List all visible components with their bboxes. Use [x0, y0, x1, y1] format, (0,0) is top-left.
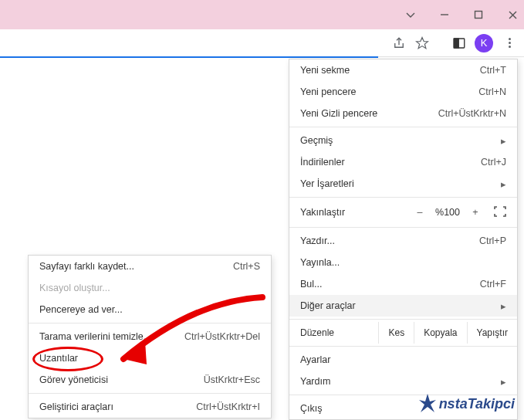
- menu-label: Yayınla...: [300, 257, 340, 268]
- menu-shortcut: Ctrl+N: [478, 86, 506, 97]
- avatar-letter: K: [481, 37, 488, 49]
- menu-label: Yazdır...: [300, 235, 335, 246]
- svg-marker-8: [419, 394, 436, 412]
- menu-help[interactable]: Yardım ▸: [289, 371, 517, 392]
- paste-button[interactable]: Yapıştır: [468, 322, 517, 344]
- menu-cast[interactable]: Yayınla...: [289, 252, 517, 273]
- window-titlebar: [0, 0, 524, 29]
- browser-toolbar: K: [0, 29, 524, 57]
- submenu-developer-tools[interactable]: Geliştirici araçları Ctrl+ÜstKrktr+I: [29, 396, 271, 418]
- menu-separator: [289, 346, 517, 347]
- menu-zoom-row: Yakınlaştır – %100 +: [289, 200, 517, 225]
- menu-label: Geçmiş: [300, 135, 333, 146]
- menu-new-tab[interactable]: Yeni sekme Ctrl+T: [289, 59, 517, 81]
- submenu-save-page-as[interactable]: Sayfayı farklı kaydet... Ctrl+S: [29, 256, 271, 277]
- menu-label: Kısayol oluştur...: [39, 283, 110, 293]
- menu-bookmarks[interactable]: Yer İşaretleri ▸: [289, 173, 517, 195]
- menu-print[interactable]: Yazdır... Ctrl+P: [289, 230, 517, 252]
- submenu-arrow-icon: ▸: [499, 135, 506, 147]
- menu-label: Yakınlaştır: [300, 207, 411, 218]
- svg-rect-1: [475, 12, 482, 19]
- menu-label: Diğer araçlar: [300, 300, 356, 311]
- menu-label: Pencereye ad ver...: [39, 304, 123, 315]
- zoom-level: %100: [435, 207, 460, 218]
- menu-label: Yeni Gizli pencere: [300, 108, 377, 119]
- submenu-arrow-icon: ▸: [499, 178, 506, 190]
- submenu-arrow-icon: ▸: [499, 300, 506, 312]
- copy-button[interactable]: Kopyala: [414, 322, 467, 344]
- maximize-button[interactable]: [472, 8, 485, 22]
- fullscreen-icon[interactable]: [494, 206, 506, 219]
- menu-separator: [289, 227, 517, 228]
- svg-rect-6: [454, 39, 458, 48]
- kebab-menu-button[interactable]: [501, 35, 518, 52]
- submenu-arrow-icon: ▸: [499, 376, 506, 388]
- side-panel-icon[interactable]: [451, 36, 467, 51]
- menu-label: Çıkış: [300, 403, 322, 414]
- edit-label: Düzenle: [289, 322, 379, 344]
- bookmark-star-icon[interactable]: [414, 36, 430, 51]
- menu-label: Ayarlar: [300, 354, 330, 365]
- menu-label: Tarama verilerini temizle...: [39, 331, 151, 342]
- close-window-button[interactable]: [505, 8, 519, 22]
- address-bar-underline: [0, 56, 378, 58]
- menu-more-tools[interactable]: Diğer araçlar ▸: [289, 295, 517, 317]
- menu-label: Yeni sekme: [300, 65, 350, 76]
- more-tools-submenu: Sayfayı farklı kaydet... Ctrl+S Kısayol …: [28, 255, 272, 418]
- submenu-name-window[interactable]: Pencereye ad ver...: [29, 299, 271, 320]
- menu-label: Bul...: [300, 279, 323, 290]
- svg-marker-4: [417, 37, 428, 48]
- menu-shortcut: Ctrl+ÜstKrktr+Del: [184, 331, 260, 342]
- menu-settings[interactable]: Ayarlar: [289, 349, 517, 371]
- menu-separator: [29, 323, 271, 323]
- menu-shortcut: Ctrl+T: [480, 65, 506, 76]
- menu-label: Sayfayı farklı kaydet...: [39, 261, 134, 272]
- zoom-in-button[interactable]: +: [469, 207, 482, 218]
- share-icon[interactable]: [391, 36, 407, 51]
- submenu-clear-browsing-data[interactable]: Tarama verilerini temizle... Ctrl+ÜstKrk…: [29, 326, 271, 347]
- menu-label: Görev yöneticisi: [39, 374, 108, 385]
- menu-separator: [289, 197, 517, 198]
- menu-label: Geliştirici araçları: [39, 401, 113, 412]
- menu-incognito[interactable]: Yeni Gizli pencere Ctrl+ÜstKrktr+N: [289, 103, 517, 124]
- submenu-create-shortcut: Kısayol oluştur...: [29, 277, 271, 299]
- menu-edit-row: Düzenle Kes Kopyala Yapıştır: [289, 322, 517, 344]
- menu-downloads[interactable]: İndirilenler Ctrl+J: [289, 151, 517, 173]
- watermark-text: nstaTakipci: [439, 396, 515, 412]
- watermark-logo: nstaTakipci: [419, 394, 515, 414]
- menu-shortcut: Ctrl+J: [481, 157, 506, 168]
- menu-label: İndirilenler: [300, 157, 345, 168]
- menu-history[interactable]: Geçmiş ▸: [289, 130, 517, 151]
- menu-label: Uzantılar: [39, 353, 78, 364]
- menu-separator: [289, 319, 517, 320]
- minimize-button[interactable]: [438, 8, 451, 22]
- submenu-extensions[interactable]: Uzantılar: [29, 347, 271, 369]
- menu-shortcut: Ctrl+ÜstKrktr+N: [438, 108, 506, 119]
- menu-shortcut: Ctrl+ÜstKrktr+I: [196, 401, 260, 412]
- main-menu: Yeni sekme Ctrl+T Yeni pencere Ctrl+N Ye…: [289, 59, 518, 420]
- zoom-out-button[interactable]: –: [414, 207, 426, 218]
- menu-label: Yeni pencere: [300, 86, 357, 97]
- menu-shortcut: Ctrl+S: [233, 261, 260, 272]
- menu-new-window[interactable]: Yeni pencere Ctrl+N: [289, 81, 517, 103]
- menu-separator: [29, 393, 271, 394]
- submenu-task-manager[interactable]: Görev yöneticisi ÜstKrktr+Esc: [29, 369, 271, 391]
- menu-label: Yer İşaretleri: [300, 178, 354, 189]
- menu-shortcut: Ctrl+P: [479, 235, 506, 246]
- menu-shortcut: Ctrl+F: [480, 279, 506, 290]
- tab-dropdown-icon[interactable]: [404, 8, 418, 22]
- cut-button[interactable]: Kes: [379, 322, 414, 344]
- menu-shortcut: ÜstKrktr+Esc: [204, 374, 260, 385]
- profile-avatar[interactable]: K: [475, 34, 493, 52]
- menu-find[interactable]: Bul... Ctrl+F: [289, 273, 517, 295]
- menu-label: Yardım: [300, 376, 330, 387]
- menu-separator: [289, 127, 517, 127]
